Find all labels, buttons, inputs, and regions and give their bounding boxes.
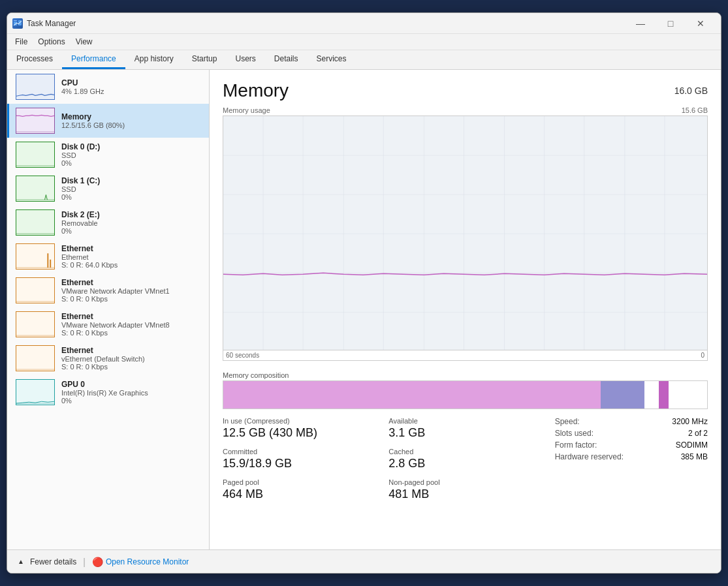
sidebar-item-eth2[interactable]: Ethernet VMware Network Adapter VMnet8 S… — [7, 307, 209, 341]
minimize-button[interactable]: — — [625, 13, 656, 34]
cached-label: Cached — [388, 448, 541, 455]
cached-value: 2.8 GB — [388, 457, 541, 470]
eth2-sub2: S: 0 R: 0 Kbps — [61, 329, 202, 337]
tab-processes[interactable]: Processes — [7, 50, 62, 69]
open-resource-monitor-link[interactable]: 🔴 Open Resource Monitor — [92, 557, 189, 567]
svg-rect-16 — [16, 278, 54, 303]
stat-paged-pool: Paged pool 464 MB — [223, 478, 375, 501]
tab-performance[interactable]: Performance — [62, 50, 125, 69]
resource-monitor-label: Open Resource Monitor — [106, 557, 189, 566]
non-paged-pool-label: Non-paged pool — [388, 478, 541, 486]
svg-rect-20 — [16, 346, 54, 371]
eth0-sub1: Ethernet — [61, 253, 202, 261]
available-label: Available — [388, 417, 541, 425]
disk2-sub2: 0% — [61, 227, 202, 235]
stat-cached: Cached 2.8 GB — [388, 448, 541, 470]
menu-view[interactable]: View — [71, 35, 98, 48]
svg-rect-18 — [16, 312, 54, 337]
eth0-info: Ethernet Ethernet S: 0 R: 64.0 Kbps — [61, 244, 202, 269]
tab-details[interactable]: Details — [265, 50, 308, 69]
hw-reserved-label: Hardware reserved: — [555, 452, 624, 461]
title-bar: Task Manager — □ ✕ — [7, 13, 721, 34]
close-button[interactable]: ✕ — [686, 13, 716, 34]
comp-in-use — [223, 381, 601, 409]
eth3-info: Ethernet vEthernet (Default Switch) S: 0… — [61, 346, 202, 371]
hw-reserved-row: Hardware reserved: 385 MB — [555, 452, 708, 461]
hw-reserved-value: 385 MB — [681, 452, 708, 461]
comp-free — [644, 381, 707, 409]
tab-app-history[interactable]: App history — [125, 50, 183, 69]
svg-rect-6 — [16, 142, 54, 167]
sidebar: CPU 4% 1.89 GHz Memory 12.5/15.6 GB (80%… — [7, 70, 210, 549]
available-value: 3.1 GB — [388, 426, 541, 440]
gpu0-sub1: Intel(R) Iris(R) Xe Graphics — [61, 389, 202, 397]
speed-value: 3200 MHz — [672, 417, 708, 426]
comp-modified — [659, 381, 669, 409]
gpu0-sub2: 0% — [61, 397, 202, 405]
eth0-title: Ethernet — [61, 244, 202, 253]
resource-monitor-icon: 🔴 — [92, 557, 103, 567]
stat-non-paged-pool: Non-paged pool 481 MB — [388, 478, 541, 501]
committed-label: Committed — [223, 448, 375, 455]
disk0-info: Disk 0 (D:) SSD 0% — [61, 142, 202, 167]
slots-label: Slots used: — [555, 429, 593, 438]
sidebar-item-eth1[interactable]: Ethernet VMware Network Adapter VMnet1 S… — [7, 273, 209, 307]
sidebar-item-memory[interactable]: Memory 12.5/15.6 GB (80%) — [7, 104, 209, 138]
panel-total: 16.0 GB — [674, 85, 708, 96]
eth1-title: Ethernet — [61, 278, 202, 287]
non-paged-pool-value: 481 MB — [388, 487, 541, 501]
main-content: CPU 4% 1.89 GHz Memory 12.5/15.6 GB (80%… — [7, 70, 721, 549]
panel-header: Memory 16.0 GB — [223, 80, 708, 101]
memory-usage-section: Memory usage 15.6 GB — [223, 106, 708, 361]
disk2-info: Disk 2 (E:) Removable 0% — [61, 210, 202, 235]
footer: ▲ Fewer details | 🔴 Open Resource Monito… — [7, 549, 721, 573]
svg-rect-22 — [16, 380, 54, 405]
sidebar-item-eth3[interactable]: Ethernet vEthernet (Default Switch) S: 0… — [7, 341, 209, 375]
speed-label: Speed: — [555, 417, 580, 426]
disk2-mini-graph — [16, 209, 55, 236]
footer-divider: | — [83, 557, 86, 567]
sidebar-item-disk1[interactable]: Disk 1 (C:) SSD 0% — [7, 172, 209, 206]
eth2-sub1: VMware Network Adapter VMnet8 — [61, 321, 202, 329]
disk2-title: Disk 2 (E:) — [61, 210, 202, 219]
eth1-sub1: VMware Network Adapter VMnet1 — [61, 287, 202, 295]
content-panel: Memory 16.0 GB Memory usage 15.6 GB — [210, 70, 721, 549]
tab-bar: Processes Performance App history Startu… — [7, 50, 721, 70]
eth3-sub1: vEthernet (Default Switch) — [61, 355, 202, 363]
chart-usage-label: Memory usage — [223, 106, 270, 114]
menu-options[interactable]: Options — [33, 35, 70, 48]
sidebar-item-cpu[interactable]: CPU 4% 1.89 GHz — [7, 70, 209, 104]
memory-chart — [223, 116, 708, 350]
tab-services[interactable]: Services — [308, 50, 356, 69]
committed-value: 15.9/18.9 GB — [223, 457, 375, 470]
memory-info: Memory 12.5/15.6 GB (80%) — [61, 112, 202, 129]
paged-pool-value: 464 MB — [223, 487, 375, 501]
disk1-sub2: 0% — [61, 193, 202, 201]
fewer-details-button[interactable]: ▲ Fewer details — [18, 557, 76, 566]
chart-time-left: 60 seconds — [226, 352, 259, 359]
disk0-mini-graph — [16, 142, 55, 168]
speed-row: Speed: 3200 MHz — [555, 417, 708, 426]
tab-users[interactable]: Users — [226, 50, 264, 69]
sidebar-item-eth0[interactable]: Ethernet Ethernet S: 0 R: 64.0 Kbps — [7, 239, 209, 273]
slots-value: 2 of 2 — [688, 429, 708, 438]
stats-grid: In use (Compressed) 12.5 GB (430 MB) Ava… — [223, 417, 708, 501]
sidebar-item-disk0[interactable]: Disk 0 (D:) SSD 0% — [7, 138, 209, 172]
menu-file[interactable]: File — [10, 35, 33, 48]
sidebar-item-disk2[interactable]: Disk 2 (E:) Removable 0% — [7, 206, 209, 239]
eth1-info: Ethernet VMware Network Adapter VMnet1 S… — [61, 278, 202, 303]
disk1-sub1: SSD — [61, 185, 202, 193]
memory-mini-graph — [16, 108, 55, 134]
tab-startup[interactable]: Startup — [183, 50, 227, 69]
stat-right-col: Speed: 3200 MHz Slots used: 2 of 2 Form … — [555, 417, 708, 501]
disk2-sub1: Removable — [61, 219, 202, 227]
composition-label: Memory composition — [223, 371, 708, 379]
maximize-button[interactable]: □ — [656, 13, 686, 34]
stat-committed: Committed 15.9/18.9 GB — [223, 448, 375, 470]
paged-pool-label: Paged pool — [223, 478, 375, 486]
sidebar-item-gpu0[interactable]: GPU 0 Intel(R) Iris(R) Xe Graphics 0% — [7, 375, 209, 409]
svg-rect-10 — [16, 210, 54, 235]
eth3-sub2: S: 0 R: 0 Kbps — [61, 363, 202, 371]
form-factor-value: SODIMM — [676, 440, 708, 450]
panel-title: Memory — [223, 80, 289, 101]
